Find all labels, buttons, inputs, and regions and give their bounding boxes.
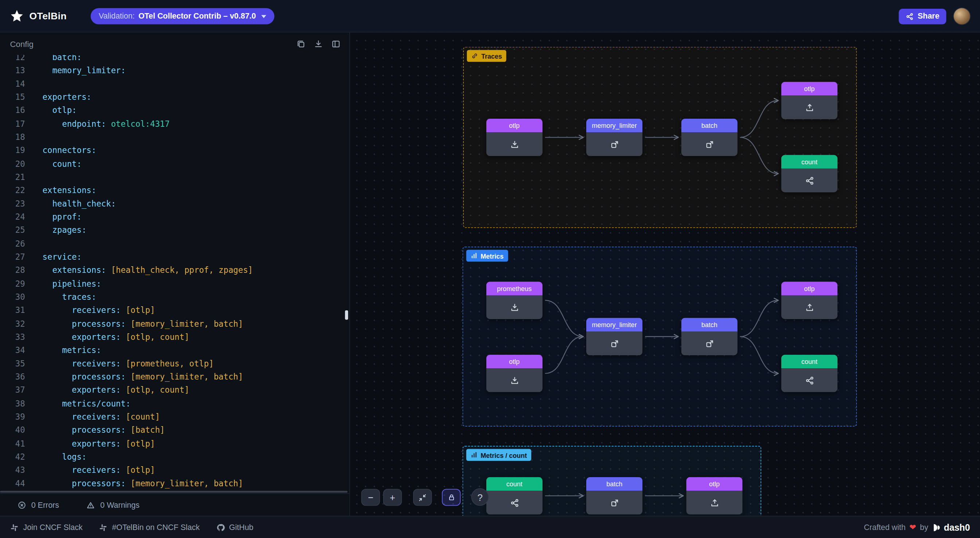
- node-t-count[interactable]: count: [781, 155, 837, 192]
- code-line-21[interactable]: 21: [0, 170, 349, 184]
- node-m-otlp-e[interactable]: otlp: [781, 282, 837, 319]
- node-body: [486, 490, 542, 514]
- node-label: prometheus: [486, 282, 542, 295]
- code-line-42[interactable]: 42 logs:: [0, 450, 349, 464]
- node-mc-otlp[interactable]: otlp: [686, 477, 742, 515]
- code-line-19[interactable]: 19connectors:: [0, 144, 349, 157]
- code-editor[interactable]: 12 batch:13 memory_limiter:1415exporters…: [0, 55, 349, 493]
- pipeline-canvas[interactable]: − + ? TracesMetricsMetrics / countotlpme…: [350, 32, 980, 516]
- code-line-37[interactable]: 37 exporters: [otlp, count]: [0, 384, 349, 397]
- line-content: count:: [43, 159, 82, 169]
- code-line-12[interactable]: 12 batch:: [0, 55, 349, 64]
- link-otelbin-cncf-slack[interactable]: #OTelBin on CNCF Slack: [99, 523, 200, 532]
- line-content: batch:: [43, 55, 82, 62]
- code-line-43[interactable]: 43 receivers: [otlp]: [0, 463, 349, 477]
- link-github[interactable]: GitHub: [216, 523, 253, 532]
- code-line-18[interactable]: 18: [0, 130, 349, 144]
- zoom-in-button[interactable]: +: [383, 489, 402, 506]
- fit-view-button[interactable]: [413, 489, 432, 506]
- code-line-38[interactable]: 38 metrics/count:: [0, 397, 349, 410]
- node-t-ml[interactable]: memory_limiter: [586, 119, 643, 156]
- code-line-36[interactable]: 36 processors: [memory_limiter, batch]: [0, 370, 349, 384]
- line-number: 44: [0, 479, 25, 488]
- line-content: processors: [memory_limiter, batch]: [43, 319, 243, 329]
- line-number: 40: [0, 425, 25, 435]
- code-line-39[interactable]: 39 receivers: [count]: [0, 410, 349, 424]
- line-content: receivers: [prometheus, otlp]: [43, 359, 214, 368]
- code-line-41[interactable]: 41 exporters: [otlp]: [0, 437, 349, 450]
- code-line-23[interactable]: 23 health_check:: [0, 197, 349, 211]
- box-arrow-icon: [705, 140, 714, 149]
- dash0-logo-icon: [932, 523, 940, 532]
- code-line-14[interactable]: 14: [0, 77, 349, 91]
- collapse-panel-button[interactable]: [331, 39, 341, 48]
- lock-button[interactable]: [442, 489, 460, 506]
- code-line-17[interactable]: 17 endpoint: otelcol:4317: [0, 117, 349, 131]
- code-line-40[interactable]: 40 processors: [batch]: [0, 424, 349, 437]
- node-t-otlp-e[interactable]: otlp: [781, 82, 837, 119]
- code-line-33[interactable]: 33 exporters: [otlp, count]: [0, 330, 349, 344]
- node-m-count[interactable]: count: [781, 355, 837, 392]
- node-label: batch: [681, 119, 738, 133]
- node-t-batch[interactable]: batch: [681, 119, 738, 156]
- code-line-15[interactable]: 15exporters:: [0, 91, 349, 104]
- code-line-25[interactable]: 25 zpages:: [0, 224, 349, 237]
- line-content: pipelines:: [43, 279, 101, 289]
- line-number: 30: [0, 292, 25, 302]
- dash0-brand[interactable]: dash0: [932, 522, 970, 532]
- code-line-26[interactable]: 26: [0, 237, 349, 251]
- copy-icon: [296, 39, 306, 48]
- line-number: 33: [0, 332, 25, 342]
- line-number: 24: [0, 213, 25, 222]
- node-body: [781, 295, 837, 319]
- code-line-28[interactable]: 28 extensions: [health_check, pprof, zpa…: [0, 264, 349, 277]
- line-number: 36: [0, 372, 25, 382]
- line-content: processors: [batch]: [43, 425, 165, 435]
- editor-horizontal-scrollbar[interactable]: [0, 490, 347, 492]
- code-line-16[interactable]: 16 otlp:: [0, 104, 349, 117]
- lock-icon: [447, 493, 455, 501]
- editor-vertical-scrollbar[interactable]: [345, 310, 348, 320]
- node-mc-batch[interactable]: batch: [586, 477, 643, 515]
- code-line-20[interactable]: 20 count:: [0, 157, 349, 170]
- otelbin-app: OTelBin Validation: OTel Collector Contr…: [0, 0, 980, 538]
- line-content: memory_limiter:: [43, 66, 126, 75]
- box-arrow-icon: [609, 339, 619, 348]
- line-content: exporters: [otlp, count]: [43, 332, 189, 342]
- line-number: 22: [0, 186, 25, 195]
- box-arrow-icon: [705, 339, 714, 348]
- download-config-button[interactable]: [314, 39, 323, 48]
- validation-dropdown[interactable]: Validation: OTel Collector Contrib – v0.…: [91, 8, 275, 24]
- code-line-31[interactable]: 31 receivers: [otlp]: [0, 304, 349, 317]
- node-m-ml[interactable]: memory_limiter: [586, 318, 643, 355]
- node-m-otlp-r[interactable]: otlp: [486, 355, 542, 392]
- code-line-29[interactable]: 29 pipelines:: [0, 277, 349, 290]
- code-line-27[interactable]: 27service:: [0, 250, 349, 264]
- node-body: [781, 169, 837, 192]
- code-line-22[interactable]: 22extensions:: [0, 184, 349, 197]
- code-line-34[interactable]: 34 metrics:: [0, 343, 349, 357]
- github-icon: [216, 523, 224, 532]
- node-m-prom[interactable]: prometheus: [486, 282, 542, 319]
- node-mc-count[interactable]: count: [486, 477, 542, 515]
- node-t-otlp-r[interactable]: otlp: [486, 119, 542, 156]
- code-line-24[interactable]: 24 pprof:: [0, 211, 349, 224]
- code-line-13[interactable]: 13 memory_limiter:: [0, 64, 349, 77]
- help-button[interactable]: ?: [471, 489, 489, 506]
- code-line-30[interactable]: 30 traces:: [0, 290, 349, 304]
- share-nodes-icon: [905, 12, 914, 20]
- share-button[interactable]: Share: [899, 8, 947, 24]
- box-arrow-icon: [609, 498, 619, 508]
- user-avatar[interactable]: [954, 8, 970, 24]
- line-number: 29: [0, 279, 25, 289]
- link-join-cncf-slack[interactable]: Join CNCF Slack: [10, 523, 83, 532]
- copy-config-button[interactable]: [296, 39, 306, 48]
- download-icon: [314, 39, 323, 48]
- node-m-batch[interactable]: batch: [681, 318, 738, 355]
- code-line-32[interactable]: 32 processors: [memory_limiter, batch]: [0, 317, 349, 330]
- code-line-44[interactable]: 44 processors: [memory_limiter, batch]: [0, 477, 349, 490]
- code-line-35[interactable]: 35 receivers: [prometheus, otlp]: [0, 357, 349, 370]
- validation-label: Validation:: [99, 12, 135, 21]
- node-label: otlp: [781, 282, 837, 295]
- zoom-out-button[interactable]: −: [361, 489, 380, 506]
